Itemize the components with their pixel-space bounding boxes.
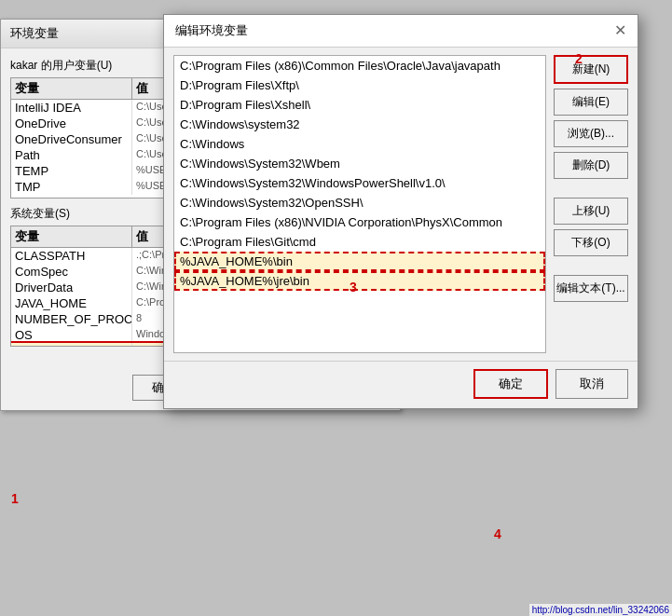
edit-text-button[interactable]: 编辑文本(T)... <box>554 275 628 302</box>
java-home-jre-item[interactable]: %JAVA_HOME%\jre\bin <box>174 271 545 291</box>
dialog-action-buttons: 新建(N) 编辑(E) 浏览(B)... 删除(D) 上移(U) 下移(O) 编… <box>554 55 628 353</box>
sys-header-col1: 变量 <box>11 226 132 247</box>
dialog-close-button[interactable]: ✕ <box>614 23 626 38</box>
env-path-list[interactable]: C:\Program Files (x86)\Common Files\Orac… <box>173 55 546 353</box>
dialog-title: 编辑环境变量 <box>175 22 248 39</box>
list-item[interactable]: C:\Windows\system32 <box>174 115 545 134</box>
edit-button[interactable]: 编辑(E) <box>554 89 628 116</box>
dialog-titlebar: 编辑环境变量 ✕ <box>164 15 638 48</box>
delete-button[interactable]: 删除(D) <box>554 152 628 179</box>
list-item[interactable]: C:\Windows <box>174 134 545 154</box>
dialog-ok-button[interactable]: 确定 <box>473 369 548 399</box>
list-item[interactable]: D:\Program Files\Xshell\ <box>174 95 545 115</box>
env-vars-title: 环境变量 <box>10 25 59 42</box>
java-home-bin-item[interactable]: %JAVA_HOME%\bin <box>174 252 545 271</box>
move-down-button[interactable]: 下移(O) <box>554 229 628 256</box>
dialog-footer: 确定 取消 <box>164 361 638 408</box>
move-up-button[interactable]: 上移(U) <box>554 198 628 225</box>
annotation-3: 3 <box>350 280 357 294</box>
list-item[interactable]: C:\Program Files (x86)\NVIDIA Corporatio… <box>174 212 545 232</box>
annotation-4: 4 <box>494 527 501 541</box>
list-item[interactable]: C:\Windows\System32\Wbem <box>174 154 545 173</box>
watermark: http://blog.csdn.net/lin_33242066 <box>529 604 672 616</box>
dialog-cancel-button[interactable]: 取消 <box>555 369 628 399</box>
new-button[interactable]: 新建(N) <box>554 55 628 84</box>
edit-env-dialog: 编辑环境变量 ✕ C:\Program Files (x86)\Common F… <box>163 14 638 409</box>
dialog-body: C:\Program Files (x86)\Common Files\Orac… <box>164 48 638 361</box>
browse-button[interactable]: 浏览(B)... <box>554 120 628 147</box>
list-item[interactable]: C:\Program Files\Git\cmd <box>174 232 545 252</box>
list-item[interactable]: C:\Windows\System32\WindowsPowerShell\v1… <box>174 173 545 193</box>
annotation-1: 1 <box>11 491 19 506</box>
annotation-2: 2 <box>575 51 583 66</box>
list-item[interactable]: C:\Windows\System32\OpenSSH\ <box>174 193 545 212</box>
list-item[interactable]: D:\Program Files\Xftp\ <box>174 75 545 95</box>
user-header-col1: 变量 <box>11 78 132 99</box>
list-item[interactable]: C:\Program Files (x86)\Common Files\Orac… <box>174 56 545 75</box>
